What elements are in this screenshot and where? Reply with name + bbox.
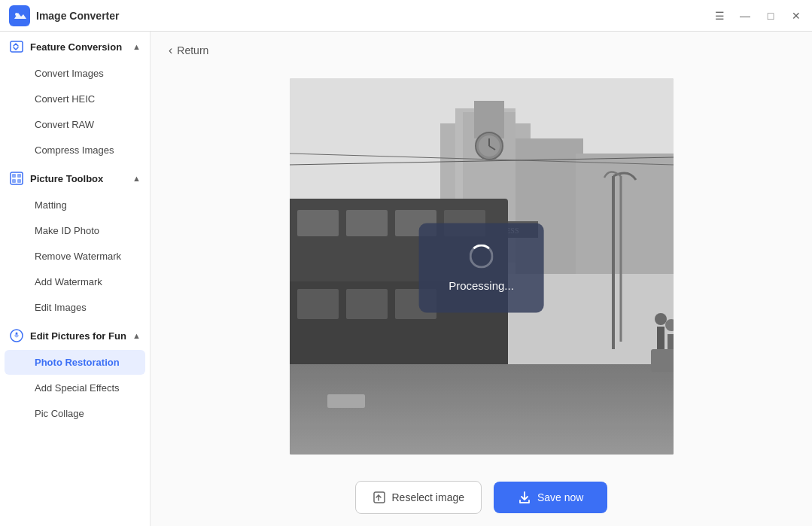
- action-bar: Reselect image Save now: [151, 472, 812, 526]
- processing-text: Processing...: [449, 278, 514, 291]
- content-header: ‹ Return: [151, 32, 812, 63]
- sidebar-item-pic-collage[interactable]: Pic Collage: [5, 401, 145, 426]
- sidebar-item-remove-watermark[interactable]: Remove Watermark: [5, 244, 145, 269]
- image-wrapper: GUINNESS: [290, 78, 674, 458]
- sidebar-item-add-special-effects[interactable]: Add Special Effects: [5, 375, 145, 400]
- edit-pictures-chevron: ▲: [132, 331, 141, 340]
- save-icon: [518, 491, 531, 504]
- reselect-icon: [373, 491, 386, 504]
- title-bar: Image Converter ☰ — □ ✕: [0, 0, 812, 32]
- feature-conversion-label: Feature Conversion: [30, 41, 132, 53]
- edit-pictures-label: Edit Pictures for Fun: [30, 330, 132, 342]
- menu-button[interactable]: ☰: [713, 9, 726, 23]
- edit-pictures-icon: [9, 328, 24, 343]
- sidebar-section-picture-toolbox[interactable]: Picture Toolbox ▲: [0, 163, 150, 192]
- processing-overlay: Processing...: [418, 223, 544, 312]
- feature-conversion-icon: [9, 39, 24, 54]
- sidebar-item-edit-images[interactable]: Edit Images: [5, 295, 145, 320]
- picture-toolbox-chevron: ▲: [132, 174, 141, 183]
- svg-point-1: [15, 13, 18, 16]
- sidebar-item-make-id-photo[interactable]: Make ID Photo: [5, 218, 145, 243]
- sidebar-section-feature-conversion[interactable]: Feature Conversion ▲: [0, 32, 150, 60]
- back-button[interactable]: ‹ Return: [169, 44, 208, 57]
- save-now-button[interactable]: Save now: [494, 482, 607, 513]
- picture-toolbox-label: Picture Toolbox: [30, 173, 132, 184]
- svg-rect-2: [11, 41, 23, 52]
- save-label: Save now: [537, 491, 583, 503]
- sidebar-item-convert-heic[interactable]: Convert HEIC: [5, 87, 145, 111]
- app-title: Image Converter: [36, 10, 713, 22]
- back-label: Return: [177, 44, 208, 56]
- svg-rect-5: [17, 174, 21, 178]
- sidebar-item-add-watermark[interactable]: Add Watermark: [5, 269, 145, 294]
- svg-rect-7: [17, 179, 21, 183]
- sidebar-item-matting[interactable]: Matting: [5, 193, 145, 217]
- sidebar-item-convert-raw[interactable]: Convert RAW: [5, 112, 145, 137]
- sidebar-item-compress-images[interactable]: Compress Images: [5, 138, 145, 163]
- close-button[interactable]: ✕: [789, 9, 803, 23]
- app-body: Feature Conversion ▲ Convert Images Conv…: [0, 32, 812, 526]
- sidebar-item-convert-images[interactable]: Convert Images: [5, 61, 145, 86]
- content-area: ‹ Return: [151, 32, 812, 526]
- back-chevron-icon: ‹: [169, 44, 172, 57]
- reselect-image-button[interactable]: Reselect image: [355, 481, 482, 514]
- loading-spinner: [470, 244, 494, 268]
- svg-rect-65: [374, 492, 385, 503]
- picture-toolbox-icon: [9, 171, 24, 186]
- sidebar: Feature Conversion ▲ Convert Images Conv…: [0, 32, 151, 526]
- minimize-button[interactable]: —: [738, 9, 752, 23]
- svg-point-9: [16, 333, 18, 335]
- app-logo: [9, 5, 30, 26]
- feature-conversion-chevron: ▲: [132, 42, 141, 51]
- sidebar-section-edit-pictures[interactable]: Edit Pictures for Fun ▲: [0, 321, 150, 349]
- image-container: GUINNESS: [151, 63, 812, 472]
- svg-rect-4: [12, 174, 16, 178]
- sidebar-item-photo-restoration[interactable]: Photo Restoration: [5, 350, 145, 375]
- svg-rect-6: [12, 179, 16, 183]
- reselect-label: Reselect image: [392, 491, 465, 503]
- maximize-button[interactable]: □: [764, 9, 777, 23]
- window-controls: ☰ — □ ✕: [713, 9, 803, 23]
